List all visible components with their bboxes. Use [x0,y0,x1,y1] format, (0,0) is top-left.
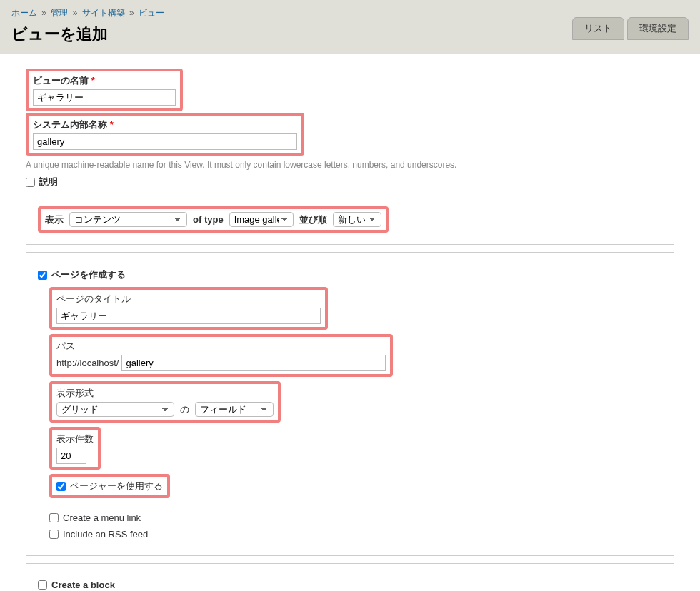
header-bar: ホーム » 管理 » サイト構築 » ビュー ビューを追加 リスト 環境設定 [0,0,700,54]
tab-settings[interactable]: 環境設定 [627,17,689,40]
sort-label: 並び順 [299,213,327,226]
create-block-panel: Create a block [26,563,674,591]
rss-checkbox[interactable] [49,530,59,539]
breadcrumb-views[interactable]: ビュー [139,8,164,18]
items-label: 表示件数 [56,433,94,445]
rss-label: Include an RSS feed [63,529,148,540]
menu-link-checkbox[interactable] [49,513,59,522]
create-block-label: Create a block [51,580,115,590]
items-input[interactable] [56,448,86,464]
format-label: 表示形式 [56,387,274,400]
format-field-select[interactable]: フィールド [195,402,274,417]
breadcrumb-home[interactable]: ホーム [11,8,37,18]
format-of-label: の [180,403,189,416]
description-label: 説明 [39,176,58,188]
show-panel: 表示 コンテンツ of type Image gallery 並び順 新しい順 [26,196,674,245]
view-name-label: ビューの名前 * [33,74,176,87]
path-input[interactable] [121,355,386,371]
format-select[interactable]: グリッド [56,402,174,417]
create-page-panel: ページを作成する ページのタイトル パス http://localhost/ [26,252,674,556]
tabs: リスト 環境設定 [572,17,689,40]
show-content-select[interactable]: コンテンツ [69,212,187,227]
pager-checkbox[interactable] [56,482,66,491]
view-name-input[interactable] [33,89,176,106]
create-block-checkbox[interactable] [38,580,47,590]
machine-name-label: システム内部名称 * [33,118,297,131]
of-type-select[interactable]: Image gallery [229,212,294,227]
show-label: 表示 [45,213,64,226]
create-page-label: ページを作成する [51,268,126,281]
page-title-input[interactable] [56,308,321,324]
page-title-label: ページのタイトル [56,293,321,305]
tab-list[interactable]: リスト [572,17,624,40]
path-base: http://localhost/ [56,358,119,368]
path-label: パス [56,340,386,353]
sort-select[interactable]: 新しい順 [333,212,381,227]
breadcrumb-admin[interactable]: 管理 [51,8,68,18]
of-type-label: of type [193,214,224,225]
machine-name-help: A unique machine-readable name for this … [26,160,674,170]
breadcrumb-structure[interactable]: サイト構築 [82,8,125,18]
create-page-checkbox[interactable] [38,271,47,280]
machine-name-input[interactable] [33,133,297,150]
menu-link-label: Create a menu link [63,512,141,523]
description-checkbox[interactable] [26,178,35,187]
pager-label: ページャーを使用する [70,480,163,492]
